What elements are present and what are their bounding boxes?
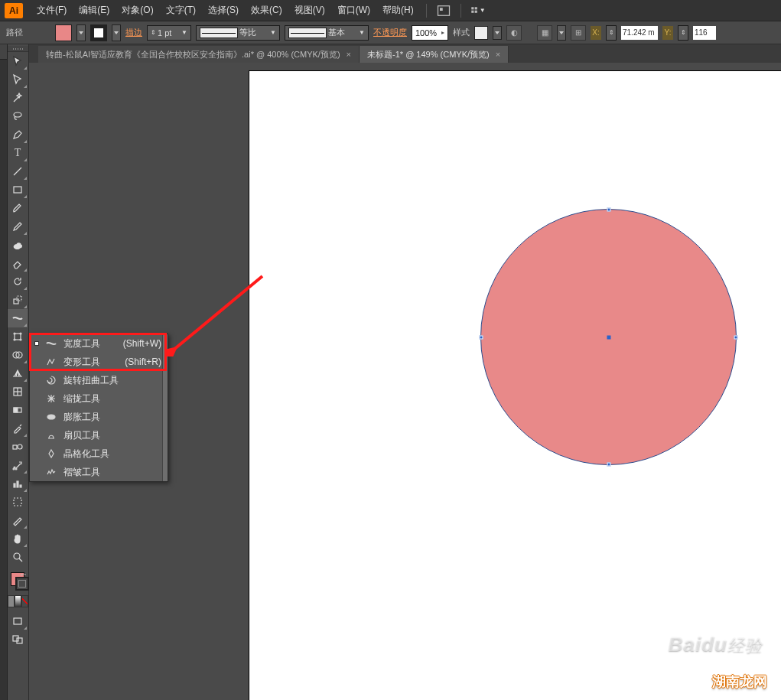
column-graph-tool[interactable]	[8, 474, 28, 493]
scale-tool[interactable]	[8, 291, 28, 309]
zoom-tool[interactable]	[8, 548, 28, 566]
rectangle-tool[interactable]	[8, 181, 28, 199]
x-value[interactable]: 71.242 m	[621, 26, 658, 40]
menu-edit[interactable]: 编辑(E)	[73, 4, 116, 17]
color-mode-gradient[interactable]	[15, 595, 21, 607]
y-stepper[interactable]: ⇕	[678, 25, 688, 41]
symbol-sprayer-tool[interactable]	[8, 456, 28, 474]
document-tab[interactable]: 未标题-1* @ 149% (CMYK/预览) ×	[360, 46, 509, 63]
x-stepper[interactable]: ⇕	[606, 25, 617, 41]
menu-view[interactable]: 视图(V)	[288, 4, 331, 17]
color-mode-none[interactable]	[21, 595, 28, 607]
opacity-input[interactable]: 100%▸	[412, 25, 448, 41]
color-mode-normal[interactable]	[8, 595, 15, 607]
menu-select[interactable]: 选择(S)	[202, 4, 245, 17]
menu-file[interactable]: 文件(F)	[31, 4, 73, 17]
menu-help[interactable]: 帮助(H)	[376, 4, 420, 17]
pencil-tool[interactable]	[8, 217, 28, 236]
flyout-item-width[interactable]: 宽度工具 (Shift+W)	[30, 334, 168, 353]
style-swatch[interactable]	[474, 26, 488, 40]
flyout-item-crystallize[interactable]: 晶格化工具	[30, 444, 168, 463]
close-icon[interactable]: ×	[347, 50, 351, 59]
perspective-grid-tool[interactable]	[8, 364, 28, 383]
svg-point-24	[18, 444, 22, 449]
align-icon[interactable]: ▦	[537, 25, 552, 41]
magic-wand-tool[interactable]	[8, 89, 28, 107]
style-dropdown[interactable]	[493, 26, 502, 40]
stroke-weight-value: 1 pt	[158, 28, 171, 37]
svg-rect-23	[13, 445, 17, 449]
artboard[interactable]	[249, 71, 781, 700]
menu-window[interactable]: 窗口(W)	[331, 4, 376, 17]
menu-effect[interactable]: 效果(C)	[245, 4, 288, 17]
pen-tool[interactable]	[8, 125, 28, 144]
eraser-tool[interactable]	[8, 254, 28, 272]
swap-fill-stroke-icon[interactable]: ⤺	[21, 571, 27, 578]
opacity-label[interactable]: 不透明度	[373, 27, 407, 38]
artboard-tool[interactable]	[8, 493, 28, 511]
stroke-label[interactable]: 描边	[125, 27, 142, 38]
paintbrush-tool[interactable]	[8, 199, 28, 217]
separator	[460, 4, 461, 18]
profile-dropdown[interactable]: 等比 ▼	[196, 25, 280, 41]
gradient-tool[interactable]	[8, 401, 28, 419]
fill-stroke-control[interactable]: ⤺	[8, 571, 28, 595]
document-tabs: 转曲-松鼠AI智适应教育《全国合作校校区安全指南》.ai* @ 400% (CM…	[29, 44, 781, 63]
toolbox: T ⤺	[8, 44, 29, 700]
selection-tool[interactable]	[8, 52, 28, 70]
document-tab[interactable]: 转曲-松鼠AI智适应教育《全国合作校校区安全指南》.ai* @ 400% (CM…	[38, 46, 360, 63]
watermark-site: 湖南龙网	[712, 672, 767, 691]
blob-brush-tool[interactable]	[8, 236, 28, 254]
flyout-item-wrinkle[interactable]: 褶皱工具	[30, 463, 168, 481]
toolbox-grip[interactable]	[8, 46, 28, 52]
shape-builder-tool[interactable]	[8, 346, 28, 364]
svg-point-15	[20, 339, 21, 340]
flyout-item-scallop[interactable]: 扇贝工具	[30, 426, 168, 444]
width-icon	[45, 337, 57, 350]
stroke-swatch[interactable]	[90, 24, 107, 41]
tearoff-handle[interactable]	[162, 334, 168, 481]
flyout-item-pucker[interactable]: 缩拢工具	[30, 389, 168, 408]
flyout-item-twirl[interactable]: 旋转扭曲工具	[30, 371, 168, 389]
svg-rect-8	[14, 187, 21, 193]
arrange-icon[interactable]: ▼	[470, 4, 486, 18]
brush-dropdown[interactable]: 基本 ▼	[285, 25, 369, 41]
menu-object[interactable]: 对象(O)	[116, 4, 159, 17]
stroke-dropdown[interactable]	[112, 24, 121, 41]
flyout-label: 扇贝工具	[63, 429, 100, 442]
stroke-weight-input[interactable]: ⇕1 pt▼	[147, 25, 191, 41]
flyout-item-bloat[interactable]: 膨胀工具	[30, 408, 168, 426]
line-tool[interactable]	[8, 162, 28, 181]
direct-selection-tool[interactable]	[8, 70, 28, 89]
rotate-tool[interactable]	[8, 272, 28, 291]
svg-rect-34	[14, 618, 21, 624]
flyout-label: 褶皱工具	[63, 466, 100, 479]
blend-tool[interactable]	[8, 438, 28, 456]
fill-swatch[interactable]	[55, 24, 72, 41]
bridge-icon[interactable]	[436, 4, 451, 18]
hand-tool[interactable]	[8, 529, 28, 548]
tab-label: 转曲-松鼠AI智适应教育《全国合作校校区安全指南》.ai* @ 400% (CM…	[46, 49, 340, 60]
align-dropdown[interactable]	[557, 25, 566, 41]
lasso-tool[interactable]	[8, 107, 28, 125]
menu-type[interactable]: 文字(T)	[160, 4, 202, 17]
twirl-icon	[45, 374, 57, 386]
width-tool[interactable]	[8, 309, 28, 327]
svg-rect-30	[20, 485, 21, 487]
slice-tool[interactable]	[8, 511, 28, 529]
change-screen-mode[interactable]	[8, 630, 28, 649]
screen-mode[interactable]	[8, 612, 28, 630]
fill-dropdown[interactable]	[76, 24, 86, 41]
recolor-icon[interactable]: ◐	[506, 25, 522, 41]
close-icon[interactable]: ×	[496, 50, 500, 59]
stroke-color-box[interactable]	[15, 577, 29, 591]
transform-icon[interactable]: ⊞	[571, 25, 586, 41]
type-tool[interactable]: T	[8, 144, 28, 162]
eyedropper-tool[interactable]	[8, 419, 28, 438]
y-value[interactable]: 116	[693, 26, 716, 40]
dock-strip[interactable]	[0, 44, 8, 700]
ellipse-object[interactable]	[480, 209, 737, 465]
flyout-item-warp[interactable]: 变形工具 (Shift+R)	[30, 353, 168, 371]
mesh-tool[interactable]	[8, 383, 28, 401]
free-transform-tool[interactable]	[8, 327, 28, 346]
